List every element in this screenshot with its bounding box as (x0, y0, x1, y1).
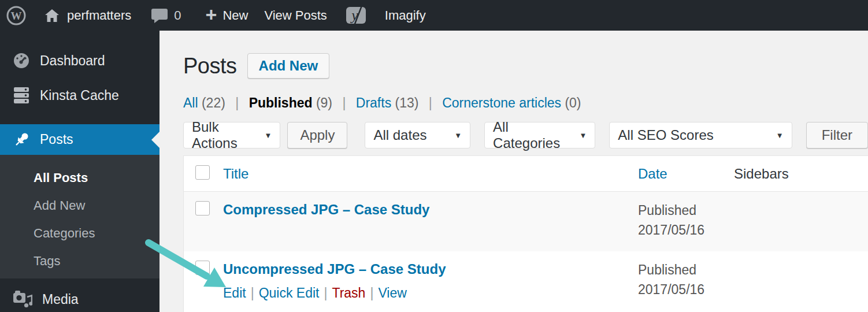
post-title-link[interactable]: Compressed JPG – Case Study (223, 202, 429, 217)
submenu-item-add-new[interactable]: Add New (0, 192, 159, 220)
table-row: Uncompressed JPG – Case Study Edit|Quick… (184, 251, 868, 312)
dashboard-gauge-icon (13, 52, 30, 69)
post-title-link[interactable]: Uncompressed JPG – Case Study (223, 261, 446, 277)
submenu-item-all-posts[interactable]: All Posts (0, 164, 159, 192)
comments-count: 0 (174, 8, 181, 23)
post-date-cell: Published 2017/05/16 (638, 192, 734, 251)
svg-text:W: W (11, 10, 22, 22)
sidebar-item-label: Dashboard (40, 53, 105, 69)
sidebar-item-posts-active[interactable]: Posts (0, 124, 159, 155)
admin-bar: W perfmatters 0 + New View Posts y Imagi… (0, 0, 868, 31)
sidebar-item-label: Media (42, 292, 79, 307)
view-drafts-link[interactable]: Drafts (356, 95, 391, 110)
apply-button[interactable]: Apply (287, 122, 347, 148)
view-published-count: (9) (316, 95, 332, 110)
bulk-actions-value: Bulk Actions (192, 119, 255, 151)
post-date-cell: Published 2017/05/16 (638, 251, 734, 312)
page-title: Posts (183, 54, 237, 79)
wordpress-logo-icon[interactable]: W (6, 5, 27, 26)
view-link[interactable]: View (378, 285, 406, 300)
separator: | (429, 95, 432, 110)
admin-sidebar: Dashboard Kinsta Cache (0, 31, 159, 312)
separator: | (342, 95, 346, 110)
post-status: Published (638, 200, 734, 220)
yoast-seo-icon[interactable]: y (344, 5, 369, 27)
edit-link[interactable]: Edit (223, 285, 246, 300)
dates-filter-select[interactable]: All dates ▼ (365, 122, 470, 148)
view-published-link[interactable]: Published (249, 95, 313, 110)
view-all-count: (22) (202, 95, 225, 110)
dates-filter-value: All dates (373, 127, 426, 143)
post-status-filters: All (22) | Published (9) | Drafts (13) |… (183, 95, 868, 111)
filter-button[interactable]: Filter (806, 122, 868, 148)
dropdown-caret-icon: ▼ (776, 131, 784, 140)
sidebar-item-label: Kinsta Cache (40, 88, 119, 103)
row-actions: Edit|Quick Edit|Trash|View (223, 285, 638, 301)
separator: | (370, 285, 373, 300)
sort-by-date-link[interactable]: Date (638, 166, 667, 181)
submenu-item-tags[interactable]: Tags (0, 247, 159, 275)
view-posts-link[interactable]: View Posts (264, 8, 327, 23)
post-date: 2017/05/16 (638, 280, 734, 299)
view-cornerstone-count: (0) (565, 95, 581, 110)
home-icon[interactable] (44, 8, 60, 24)
new-menu-item[interactable]: New (222, 8, 248, 23)
posts-submenu: All Posts Add New Categories Tags (0, 155, 159, 278)
categories-filter-value: All Categories (493, 119, 570, 151)
svg-text:y: y (350, 7, 358, 24)
pushpin-icon (13, 131, 30, 148)
view-cornerstone-link[interactable]: Cornerstone articles (442, 95, 561, 110)
seo-scores-filter-value: All SEO Scores (618, 127, 713, 143)
sidebar-item-label: Posts (40, 132, 73, 147)
select-all-checkbox[interactable] (195, 165, 210, 180)
dropdown-caret-icon: ▼ (265, 131, 272, 140)
media-icon (13, 290, 32, 309)
bulk-actions-select[interactable]: Bulk Actions ▼ (183, 122, 280, 148)
submenu-item-categories[interactable]: Categories (0, 220, 159, 247)
separator: | (251, 285, 254, 300)
server-stack-icon (13, 86, 30, 105)
column-header-sidebars: Sidebars (734, 166, 868, 182)
quick-edit-link[interactable]: Quick Edit (259, 285, 320, 300)
comments-icon[interactable] (151, 8, 168, 24)
page-header: Posts Add New (183, 53, 868, 79)
view-all-link[interactable]: All (183, 95, 198, 110)
post-status: Published (638, 260, 734, 280)
trash-link[interactable]: Trash (332, 285, 365, 300)
seo-scores-filter-select[interactable]: All SEO Scores ▼ (609, 122, 792, 148)
view-drafts-count: (13) (395, 95, 419, 110)
separator: | (324, 285, 327, 300)
dropdown-caret-icon: ▼ (454, 131, 462, 140)
row-checkbox[interactable] (195, 261, 210, 275)
table-row: Compressed JPG – Case Study Published 20… (184, 192, 868, 251)
post-date: 2017/05/16 (638, 220, 734, 240)
sidebar-item-dashboard[interactable]: Dashboard (0, 46, 159, 76)
sort-by-title-link[interactable]: Title (223, 166, 248, 181)
table-header-row: Title Date Sidebars (184, 156, 868, 192)
site-name-link[interactable]: perfmatters (67, 8, 131, 23)
plus-icon[interactable]: + (206, 5, 217, 24)
sidebar-item-kinsta-cache[interactable]: Kinsta Cache (0, 80, 159, 110)
add-new-button[interactable]: Add New (247, 53, 330, 79)
row-checkbox[interactable] (195, 201, 210, 216)
categories-filter-select[interactable]: All Categories ▼ (484, 122, 595, 148)
main-content: Posts Add New All (22) | Published (9) |… (159, 31, 868, 312)
imagify-menu-item[interactable]: Imagify (385, 8, 426, 23)
sidebar-item-media[interactable]: Media (0, 284, 159, 312)
posts-table: Title Date Sidebars Compressed JPG – Cas… (183, 155, 868, 312)
separator: | (235, 95, 239, 110)
dropdown-caret-icon: ▼ (579, 131, 587, 140)
list-toolbar: Bulk Actions ▼ Apply All dates ▼ All Cat… (183, 122, 868, 148)
